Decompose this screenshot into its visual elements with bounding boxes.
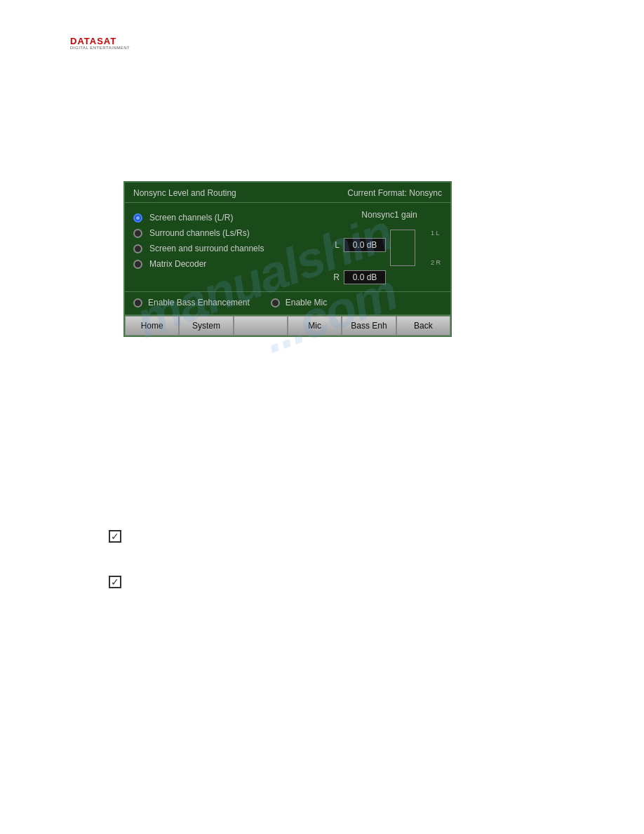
check-circle-bass <box>133 298 142 307</box>
home-button[interactable]: Home <box>125 316 179 336</box>
mic-button[interactable]: Mic <box>288 316 342 336</box>
check-bass-enhancement[interactable]: Enable Bass Enhancement <box>133 298 250 307</box>
logo-area: DATASAT DIGITAL ENTERTAINMENT <box>70 37 130 50</box>
system-button[interactable]: System <box>179 316 233 336</box>
radio-options-col: Screen channels (L/R) Surround channels … <box>133 210 323 284</box>
radio-screen-surround[interactable]: Screen and surround channels <box>133 244 323 253</box>
radio-circle-surround-ls-rs <box>133 229 142 238</box>
main-panel: Nonsync Level and Routing Current Format… <box>123 181 452 337</box>
radio-screen-lr[interactable]: Screen channels (L/R) <box>133 213 323 223</box>
page-checkbox-2[interactable]: ✓ <box>109 576 121 588</box>
back-button[interactable]: Back <box>396 316 450 336</box>
gain-channel-l-label: L <box>330 240 340 250</box>
panel-header: Nonsync Level and Routing Current Format… <box>125 183 450 203</box>
gain-channel-r-label: R <box>330 272 340 282</box>
radio-matrix-decoder[interactable]: Matrix Decoder <box>133 259 323 269</box>
empty-button[interactable] <box>234 316 288 336</box>
panel-body: Screen channels (L/R) Surround channels … <box>125 203 450 291</box>
radio-label-screen-surround: Screen and surround channels <box>149 244 264 253</box>
gain-title: Nonsync1 gain <box>330 210 442 220</box>
gain-col: Nonsync1 gain L 1 L 2 R R <box>330 210 442 284</box>
gain-row-l: L 1 L 2 R <box>330 224 442 266</box>
check-label-bass: Enable Bass Enhancement <box>148 298 250 307</box>
gain-row-r: R <box>330 270 442 284</box>
panel-bottom: Enable Bass Enhancement Enable Mic <box>125 291 450 315</box>
vu-label-1l: 1 L <box>431 230 441 237</box>
gain-r-input[interactable] <box>344 270 386 284</box>
check-circle-mic <box>271 298 280 307</box>
page-checkbox-2-symbol: ✓ <box>111 576 119 588</box>
radio-circle-screen-surround <box>133 244 142 253</box>
panel-format: Current Format: Nonsync <box>347 188 442 198</box>
panel-title: Nonsync Level and Routing <box>133 188 236 198</box>
bass-enh-button[interactable]: Bass Enh <box>342 316 396 336</box>
radio-label-screen-lr: Screen channels (L/R) <box>149 213 233 223</box>
vu-labels: 1 L 2 R <box>431 230 441 266</box>
logo-brand: DATASAT <box>70 37 130 46</box>
vu-meter-l: 1 L 2 R <box>390 224 425 266</box>
radio-label-matrix-decoder: Matrix Decoder <box>149 259 206 269</box>
check-label-mic: Enable Mic <box>286 298 327 307</box>
radio-circle-screen-lr <box>133 213 142 223</box>
check-enable-mic[interactable]: Enable Mic <box>271 298 327 307</box>
radio-circle-matrix-decoder <box>133 260 142 269</box>
gain-l-input[interactable] <box>344 238 386 252</box>
vu-meter-l-container <box>390 230 415 266</box>
button-bar: Home System Mic Bass Enh Back <box>125 315 450 336</box>
page-checkbox-1[interactable]: ✓ <box>109 530 121 543</box>
page-checkbox-1-symbol: ✓ <box>111 531 119 542</box>
vu-label-2r: 2 R <box>431 259 441 266</box>
radio-surround-ls-rs[interactable]: Surround channels (Ls/Rs) <box>133 228 323 238</box>
logo-sub: DIGITAL ENTERTAINMENT <box>70 46 130 50</box>
radio-label-surround-ls-rs: Surround channels (Ls/Rs) <box>149 228 250 238</box>
